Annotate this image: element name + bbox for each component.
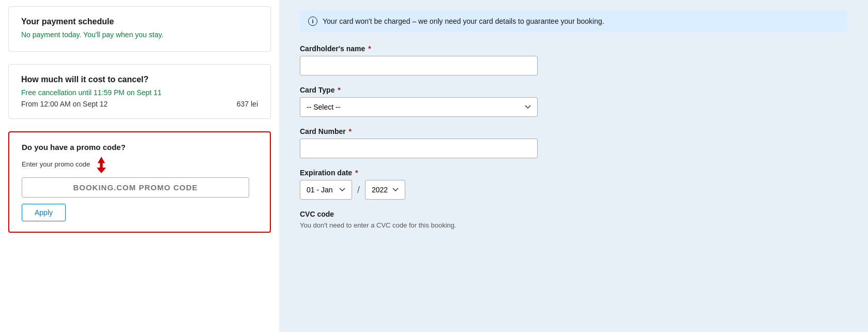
cardholder-label: Cardholder's name * xyxy=(300,44,847,53)
card-type-label: Card Type * xyxy=(300,86,847,94)
expiry-month-select[interactable]: 01 - Jan 02 - Feb 03 - Mar 04 - Apr 05 -… xyxy=(300,180,352,200)
expiry-divider: / xyxy=(357,185,360,195)
required-star-expiry: * xyxy=(355,169,358,177)
expiry-year-select[interactable]: 2022 2023 2024 2025 2026 2027 2028 2029 … xyxy=(365,180,405,200)
payment-schedule-title: Your payment schedule xyxy=(21,17,258,26)
arrow-down-icon xyxy=(94,157,109,173)
promo-title: Do you have a promo code? xyxy=(22,143,257,152)
svg-marker-2 xyxy=(97,168,106,173)
cancellation-from-date: From 12:00 AM on Sept 12 xyxy=(21,100,108,108)
apply-button[interactable]: Apply xyxy=(22,204,66,221)
svg-marker-0 xyxy=(98,157,105,168)
left-panel: Your payment schedule No payment today. … xyxy=(0,0,279,332)
expiry-group: Expiration date * 01 - Jan 02 - Feb 03 -… xyxy=(300,169,847,200)
promo-label: Enter your promo code xyxy=(22,157,257,173)
cvc-label: CVC code xyxy=(300,210,847,218)
required-star-name: * xyxy=(368,44,371,53)
promo-code-input[interactable]: BOOKING.COM PROMO CODE xyxy=(22,177,249,198)
payment-schedule-subtitle: No payment today. You'll pay when you st… xyxy=(21,31,258,39)
info-banner: i Your card won't be charged – we only n… xyxy=(300,10,847,32)
cardholder-name-group: Cardholder's name * Manu Candale xyxy=(300,44,847,76)
card-type-select[interactable]: -- Select -- Visa Mastercard American Ex… xyxy=(300,97,538,117)
promo-code-section: Do you have a promo code? Enter your pro… xyxy=(8,131,271,233)
cancellation-fee-row: From 12:00 AM on Sept 12 637 lei xyxy=(21,100,258,108)
cancellation-title: How much will it cost to cancel? xyxy=(21,75,258,84)
cancellation-price: 637 lei xyxy=(237,100,258,108)
card-type-group: Card Type * -- Select -- Visa Mastercard… xyxy=(300,86,847,117)
cardholder-name-input[interactable]: Manu Candale xyxy=(300,56,538,76)
right-panel: i Your card won't be charged – we only n… xyxy=(279,0,868,332)
required-star-type: * xyxy=(338,86,340,94)
card-number-group: Card Number * xyxy=(300,127,847,158)
cvc-note: You don't need to enter a CVC code for t… xyxy=(300,221,847,229)
required-star-number: * xyxy=(349,127,352,135)
card-number-input[interactable] xyxy=(300,139,538,158)
expiry-row: 01 - Jan 02 - Feb 03 - Mar 04 - Apr 05 -… xyxy=(300,180,847,200)
free-cancellation-text: Free cancellation until 11:59 PM on Sept… xyxy=(21,88,258,97)
promo-input-wrapper: BOOKING.COM PROMO CODE xyxy=(22,177,257,198)
payment-schedule-section: Your payment schedule No payment today. … xyxy=(8,6,271,52)
info-banner-text: Your card won't be charged – we only nee… xyxy=(323,17,604,25)
cancellation-section: How much will it cost to cancel? Free ca… xyxy=(8,64,271,119)
cvc-group: CVC code You don't need to enter a CVC c… xyxy=(300,210,847,229)
card-number-label: Card Number * xyxy=(300,127,847,135)
expiry-label: Expiration date * xyxy=(300,169,847,177)
info-icon: i xyxy=(308,17,317,26)
